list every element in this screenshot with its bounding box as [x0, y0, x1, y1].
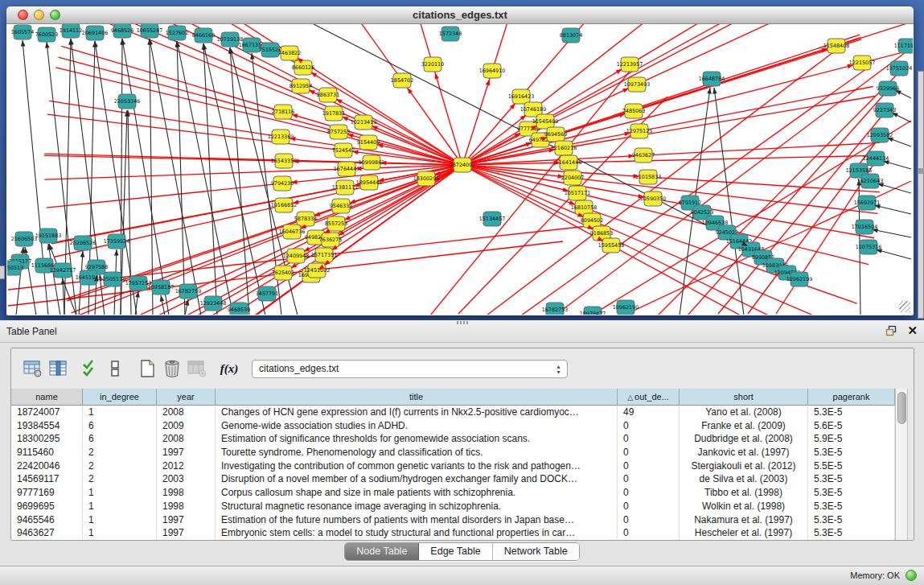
- graph-node[interactable]: 16543359: [271, 154, 298, 168]
- graph-node[interactable]: 18978477: [580, 307, 606, 315]
- column-header-out_de[interactable]: △out_de...: [618, 389, 680, 406]
- graph-node[interactable]: 10213419: [351, 115, 377, 130]
- function-builder-button[interactable]: f(x): [219, 358, 240, 379]
- graph-node[interactable]: 7485063: [622, 104, 645, 118]
- table-row[interactable]: 1872400712008Changes of HCN gene express…: [11, 406, 895, 419]
- graph-node[interactable]: 8466160: [192, 28, 215, 43]
- graph-node[interactable]: 12923448: [200, 296, 227, 311]
- graph-node[interactable]: 11381111: [332, 180, 359, 195]
- graph-node[interactable]: 11015833: [635, 170, 662, 184]
- window-resize-grip[interactable]: [899, 301, 910, 312]
- graph-node[interactable]: 16964910: [479, 64, 506, 78]
- graph-node[interactable]: 16764443: [334, 162, 360, 176]
- close-panel-button[interactable]: ✕: [907, 324, 918, 336]
- table-row[interactable]: 977716911998Corpus callosum shape and si…: [11, 486, 895, 500]
- graph-node[interactable]: 1527602: [166, 26, 188, 40]
- table-row[interactable]: 946554611997Estimation of the future num…: [11, 513, 895, 527]
- graph-node[interactable]: 9150513: [7, 261, 23, 275]
- graph-node[interactable]: 10517171: [565, 186, 591, 200]
- graph-node[interactable]: 3220110: [421, 57, 444, 72]
- tab-node-table[interactable]: Node Table: [345, 543, 419, 560]
- column-header-pagerank[interactable]: pagerank: [808, 389, 895, 406]
- graph-node[interactable]: 19151883: [35, 229, 62, 243]
- graph-node[interactable]: 15134457: [479, 212, 506, 226]
- graph-node[interactable]: 2718116: [272, 105, 294, 119]
- table-row[interactable]: 911546021997Tourette syndrome. Phenomeno…: [11, 446, 895, 459]
- table-row[interactable]: 1938455462009Genome-wide association stu…: [11, 419, 895, 433]
- table-vertical-scrollbar[interactable]: [895, 389, 908, 540]
- graph-node[interactable]: 10962190: [613, 300, 639, 315]
- graph-node[interactable]: 16782753: [542, 303, 569, 315]
- scrollbar-thumb[interactable]: [897, 392, 906, 424]
- float-panel-button[interactable]: [885, 325, 897, 336]
- table-mode-button[interactable]: [23, 358, 43, 379]
- graph-node[interactable]: 12160216: [551, 141, 577, 155]
- graph-node[interactable]: 13751024: [886, 61, 913, 76]
- graph-node[interactable]: 9154409: [357, 135, 380, 150]
- graph-node[interactable]: 1854702: [391, 73, 413, 88]
- graph-node[interactable]: 9227343: [873, 103, 896, 117]
- graph-node[interactable]: 8912954: [290, 79, 312, 93]
- svg-text:9463627: 9463627: [632, 152, 655, 159]
- graph-node[interactable]: 8813074: [560, 28, 582, 43]
- network-window-titlebar[interactable]: citations_edges.txt: [6, 6, 914, 24]
- graph-node[interactable]: 10590350: [640, 192, 667, 206]
- graph-node[interactable]: 9546332: [330, 199, 352, 213]
- graph-node[interactable]: 9694569: [544, 127, 567, 142]
- column-header-name[interactable]: name: [11, 389, 83, 406]
- graph-node[interactable]: 12215057: [849, 56, 876, 70]
- select-all-button[interactable]: [80, 358, 101, 379]
- graph-node[interactable]: 1572348: [439, 27, 462, 41]
- graph-node[interactable]: 9463627: [632, 148, 655, 163]
- table-row[interactable]: 946362711997Embryonic stem cells: a mode…: [11, 526, 895, 540]
- graph-node[interactable]: 1605574: [11, 25, 34, 39]
- graph-node[interactable]: 21606503: [11, 232, 38, 246]
- graph-node[interactable]: 8757253: [327, 125, 350, 139]
- graph-node[interactable]: 9794230: [271, 176, 294, 191]
- column-header-short[interactable]: short: [680, 389, 808, 406]
- graph-node[interactable]: 9329966: [877, 81, 899, 96]
- graph-node[interactable]: 15717351: [311, 248, 338, 262]
- graph-node[interactable]: 9468530: [228, 303, 250, 315]
- column-select-button[interactable]: [47, 358, 68, 379]
- svg-text:16764443: 16764443: [334, 166, 360, 172]
- network-canvas[interactable]: 1605574760052319141122069140694685261065…: [7, 24, 913, 315]
- delete-table-button[interactable]: [162, 358, 183, 379]
- graph-node[interactable]: 11171953: [894, 39, 913, 53]
- graph-node[interactable]: 20691406: [82, 26, 109, 40]
- column-header-title[interactable]: title: [216, 389, 618, 406]
- table-row[interactable]: 1456911722003Disruption of a novel membe…: [11, 472, 895, 486]
- table-row[interactable]: 969969511998Structural magnetic resonanc…: [11, 500, 895, 513]
- graph-node[interactable]: 22053346: [114, 94, 141, 109]
- graph-node[interactable]: 3457791: [256, 286, 278, 301]
- svg-text:19151883: 19151883: [35, 233, 62, 239]
- clear-selection-button[interactable]: [105, 358, 125, 379]
- hidden-panel-tab[interactable]: [0, 266, 5, 279]
- new-table-button[interactable]: [137, 358, 158, 379]
- table-select-combobox[interactable]: citations_edges.txt ▲▼: [252, 360, 568, 378]
- graph-node[interactable]: 9468526: [111, 24, 133, 38]
- graph-node[interactable]: 16916423: [508, 89, 535, 104]
- column-header-in_degree[interactable]: in_degree: [83, 389, 157, 406]
- graph-node[interactable]: 12975125: [626, 124, 653, 138]
- graph-node[interactable]: 1914112: [60, 24, 82, 38]
- column-header-year[interactable]: year: [157, 389, 216, 406]
- splitter-handle[interactable]: [457, 321, 468, 324]
- graph-node[interactable]: 8557253: [325, 216, 347, 231]
- graph-node[interactable]: 2863731: [317, 88, 339, 102]
- table-row[interactable]: 1830029562008Estimation of significance …: [11, 432, 895, 446]
- tab-network-table[interactable]: Network Table: [493, 543, 579, 560]
- graph-node[interactable]: 1917831: [322, 106, 345, 121]
- graph-node[interactable]: 2204007: [561, 171, 584, 185]
- graph-node[interactable]: 12444134: [863, 151, 889, 166]
- graph-node[interactable]: 5878334: [294, 212, 317, 226]
- graph-node[interactable]: 17016504: [852, 220, 878, 234]
- graph-node[interactable]: 8094502: [581, 213, 603, 228]
- graph-node[interactable]: 10973493: [624, 77, 651, 92]
- graph-node[interactable]: 7524542: [332, 143, 355, 158]
- tab-edge-table[interactable]: Edge Table: [419, 543, 492, 560]
- graph-node[interactable]: 11548408: [823, 39, 850, 53]
- graph-node[interactable]: 7600523: [35, 27, 58, 42]
- table-row[interactable]: 2242004622012Investigating the contribut…: [11, 459, 895, 473]
- graph-node[interactable]: 7636275: [319, 233, 342, 247]
